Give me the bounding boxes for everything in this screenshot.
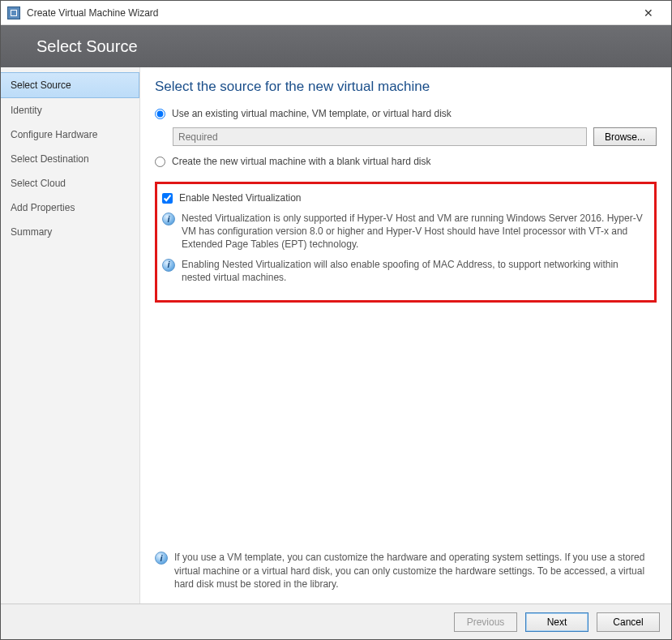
bottom-info-text: If you use a VM template, you can custom… [174, 551, 657, 591]
close-icon: ✕ [644, 6, 653, 19]
info-icon: i [162, 213, 175, 226]
step-select-cloud[interactable]: Select Cloud [1, 171, 139, 195]
step-select-source[interactable]: Select Source [1, 72, 139, 98]
step-select-destination[interactable]: Select Destination [1, 147, 139, 171]
existing-path-input[interactable] [173, 127, 587, 146]
sidebar: Select Source Identity Configure Hardwar… [1, 67, 140, 603]
close-button[interactable]: ✕ [632, 2, 665, 24]
window-title: Create Virtual Machine Wizard [27, 7, 632, 19]
step-summary[interactable]: Summary [1, 220, 139, 244]
footer: Previous Next Cancel [1, 603, 671, 639]
wizard-window: Create Virtual Machine Wizard ✕ Select S… [0, 0, 672, 640]
browse-button[interactable]: Browse... [593, 127, 657, 146]
content-spacer [155, 303, 657, 547]
nested-info-2: i Enabling Nested Virtualization will al… [162, 256, 646, 289]
step-label: Summary [11, 226, 52, 238]
step-configure-hardware[interactable]: Configure Hardware [1, 122, 139, 147]
nested-checkbox-row[interactable]: Enable Nested Virtualization [162, 192, 646, 204]
wizard-body: Select Source Identity Configure Hardwar… [1, 67, 671, 603]
banner-heading: Select Source [36, 37, 138, 56]
radio-blank-row[interactable]: Create the new virtual machine with a bl… [155, 156, 657, 167]
titlebar: Create Virtual Machine Wizard ✕ [1, 1, 671, 25]
radio-blank[interactable] [155, 157, 165, 167]
step-label: Select Destination [11, 153, 89, 165]
content-pane: Select the source for the new virtual ma… [140, 67, 671, 603]
bottom-info: i If you use a VM template, you can cust… [155, 546, 657, 595]
step-label: Add Properties [11, 202, 75, 213]
nested-info-1: i Nested Virtualization is only supporte… [162, 210, 646, 256]
radio-existing-label: Use an existing virtual machine, VM temp… [172, 108, 452, 119]
step-label: Configure Hardware [11, 129, 97, 140]
next-button[interactable]: Next [525, 612, 589, 632]
nested-checkbox-label: Enable Nested Virtualization [179, 192, 302, 204]
info-icon: i [162, 259, 175, 272]
radio-existing-row[interactable]: Use an existing virtual machine, VM temp… [155, 108, 657, 119]
content-heading: Select the source for the new virtual ma… [155, 79, 657, 95]
step-identity[interactable]: Identity [1, 98, 139, 122]
nested-checkbox[interactable] [162, 193, 173, 204]
previous-button[interactable]: Previous [454, 612, 517, 632]
banner: Select Source [1, 25, 671, 67]
step-label: Identity [11, 105, 42, 116]
step-label: Select Source [11, 79, 71, 91]
info-icon: i [155, 552, 168, 565]
cancel-button[interactable]: Cancel [597, 612, 660, 632]
nested-virt-highlight: Enable Nested Virtualization i Nested Vi… [155, 182, 657, 303]
existing-path-row: Browse... [173, 127, 657, 146]
nested-info-2-text: Enabling Nested Virtualization will also… [182, 258, 646, 284]
radio-existing[interactable] [155, 109, 165, 119]
radio-blank-label: Create the new virtual machine with a bl… [172, 156, 431, 167]
app-icon [7, 6, 20, 19]
nested-info-1-text: Nested Virtualization is only supported … [182, 212, 646, 251]
step-label: Select Cloud [11, 178, 66, 189]
step-add-properties[interactable]: Add Properties [1, 195, 139, 220]
